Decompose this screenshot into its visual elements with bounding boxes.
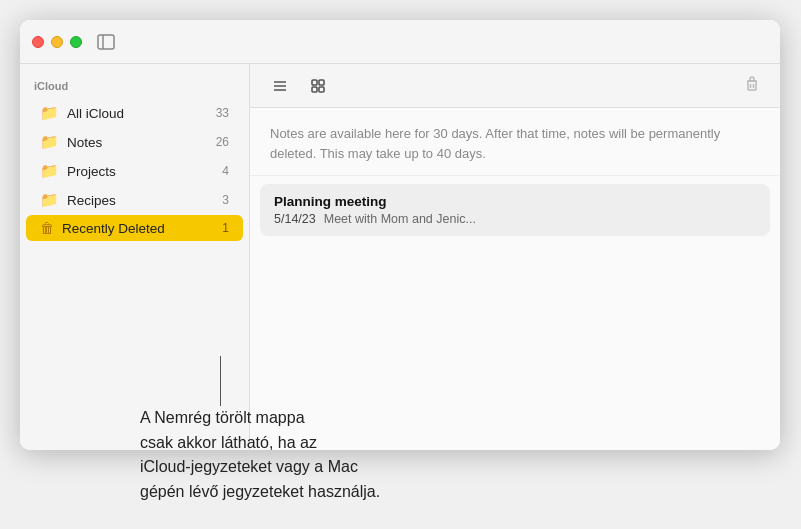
- note-card[interactable]: Planning meeting 5/14/23 Meet with Mom a…: [260, 184, 770, 236]
- svg-rect-6: [319, 80, 324, 85]
- sidebar-item-count: 4: [222, 164, 229, 178]
- sidebar-item-count: 26: [216, 135, 229, 149]
- titlebar: [20, 20, 780, 64]
- svg-rect-5: [312, 80, 317, 85]
- annotation-text: A Nemrég törölt mappacsak akkor látható,…: [140, 406, 430, 505]
- main-panel: Notes are available here for 30 days. Af…: [250, 64, 780, 450]
- close-button[interactable]: [32, 36, 44, 48]
- svg-rect-9: [748, 81, 756, 90]
- notes-window: iCloud 📁 All iCloud 33 📁 Notes 26 📁 Proj…: [20, 20, 780, 450]
- minimize-button[interactable]: [51, 36, 63, 48]
- main-toolbar: [250, 64, 780, 108]
- note-meta: 5/14/23 Meet with Mom and Jenic...: [274, 212, 756, 226]
- sidebar-toggle-button[interactable]: [96, 32, 116, 52]
- sidebar: iCloud 📁 All iCloud 33 📁 Notes 26 📁 Proj…: [20, 64, 250, 450]
- note-title: Planning meeting: [274, 194, 756, 209]
- sidebar-item-label: Notes: [67, 135, 216, 150]
- info-text: Notes are available here for 30 days. Af…: [250, 108, 780, 176]
- svg-rect-0: [98, 35, 114, 49]
- sidebar-item-label: All iCloud: [67, 106, 216, 121]
- sidebar-item-recipes[interactable]: 📁 Recipes 3: [26, 186, 243, 214]
- grid-view-button[interactable]: [302, 72, 334, 100]
- svg-rect-8: [319, 87, 324, 92]
- sidebar-section-icloud: iCloud: [20, 76, 249, 98]
- trash-icon: 🗑: [40, 220, 54, 236]
- annotation-callout: A Nemrég törölt mappacsak akkor látható,…: [140, 406, 430, 505]
- folder-icon: 📁: [40, 162, 59, 180]
- sidebar-item-label: Recipes: [67, 193, 222, 208]
- traffic-lights: [32, 36, 82, 48]
- list-view-button[interactable]: [264, 72, 296, 100]
- sidebar-item-label: Projects: [67, 164, 222, 179]
- sidebar-item-notes[interactable]: 📁 Notes 26: [26, 128, 243, 156]
- note-date: 5/14/23: [274, 212, 316, 226]
- sidebar-item-all-icloud[interactable]: 📁 All iCloud 33: [26, 99, 243, 127]
- sidebar-item-count: 1: [222, 221, 229, 235]
- maximize-button[interactable]: [70, 36, 82, 48]
- toolbar-right: [738, 70, 766, 101]
- view-controls: [264, 72, 334, 100]
- sidebar-item-count: 3: [222, 193, 229, 207]
- note-preview: Meet with Mom and Jenic...: [324, 212, 476, 226]
- notes-list: Planning meeting 5/14/23 Meet with Mom a…: [250, 176, 780, 244]
- sidebar-item-label: Recently Deleted: [62, 221, 222, 236]
- content-area: iCloud 📁 All iCloud 33 📁 Notes 26 📁 Proj…: [20, 64, 780, 450]
- sidebar-item-count: 33: [216, 106, 229, 120]
- sidebar-item-projects[interactable]: 📁 Projects 4: [26, 157, 243, 185]
- svg-rect-7: [312, 87, 317, 92]
- folder-icon: 📁: [40, 104, 59, 122]
- delete-button[interactable]: [738, 70, 766, 101]
- callout-line: [220, 356, 221, 406]
- folder-icon: 📁: [40, 133, 59, 151]
- folder-icon: 📁: [40, 191, 59, 209]
- sidebar-item-recently-deleted[interactable]: 🗑 Recently Deleted 1: [26, 215, 243, 241]
